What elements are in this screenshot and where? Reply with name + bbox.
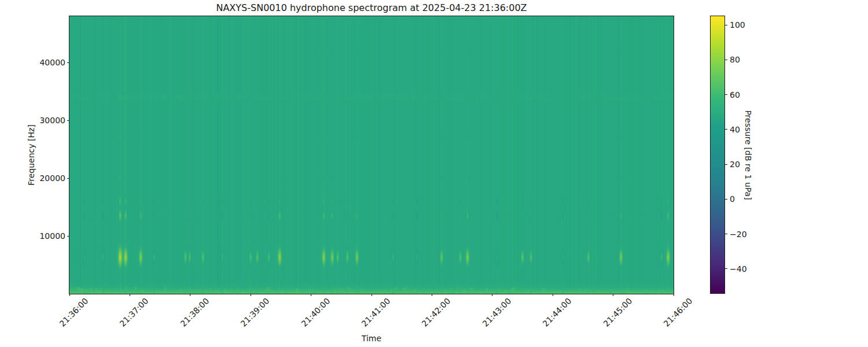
y-tick-mark: [67, 178, 69, 179]
colorbar-tick-mark: [725, 234, 727, 234]
colorbar-tick-label: 40: [730, 125, 740, 134]
colorbar-tick-mark: [725, 129, 727, 130]
colorbar-tick-mark: [725, 268, 727, 269]
x-tick-mark: [432, 294, 432, 296]
y-tick-mark: [67, 62, 69, 63]
x-tick-mark: [613, 294, 613, 296]
colorbar-tick-mark: [725, 164, 727, 165]
x-tick-mark: [492, 294, 492, 296]
colorbar-tick-mark: [725, 94, 727, 95]
colorbar-tick-label: 20: [730, 160, 740, 169]
colorbar-tick-label: 60: [730, 90, 740, 99]
x-tick-mark: [553, 294, 553, 296]
x-tick-mark: [69, 294, 70, 296]
y-tick-label: 20000: [19, 174, 65, 183]
colorbar-gradient: [711, 16, 724, 293]
colorbar-tick-mark: [725, 199, 727, 200]
colorbar-tick-label: −40: [730, 264, 747, 274]
plot-title: NAXYS-SN0010 hydrophone spectrogram at 2…: [69, 2, 674, 13]
colorbar-tick-label: 80: [730, 55, 740, 64]
colorbar-tick-label: −20: [730, 230, 747, 239]
colorbar-tick-mark: [725, 25, 727, 25]
y-tick-mark: [67, 236, 69, 237]
colorbar-label: Pressure [dB re 1 uPa]: [744, 110, 753, 200]
x-tick-mark: [251, 294, 251, 296]
colorbar-tick-mark: [725, 60, 727, 60]
y-tick-label: 30000: [19, 116, 65, 125]
axes-border: [69, 16, 674, 294]
y-tick-label: 40000: [19, 58, 65, 67]
x-tick-mark: [674, 294, 674, 296]
colorbar-tick-label: 100: [730, 20, 745, 29]
x-tick-mark: [311, 294, 311, 296]
x-tick-mark: [130, 294, 130, 296]
x-tick-mark: [190, 294, 190, 296]
x-tick-mark: [372, 294, 372, 296]
spectrogram-figure: NAXYS-SN0010 hydrophone spectrogram at 2…: [0, 0, 868, 347]
colorbar: [710, 16, 725, 294]
y-tick-mark: [67, 120, 69, 121]
colorbar-tick-label: 0: [730, 194, 735, 204]
y-tick-label: 10000: [19, 231, 65, 241]
